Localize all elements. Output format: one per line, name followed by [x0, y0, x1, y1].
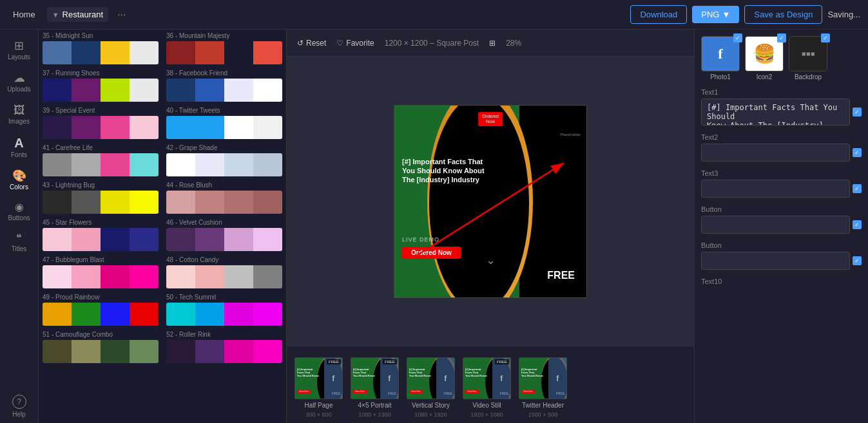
- thumbnail-item[interactable]: [#] ImportantFacts ThatYou Should Know O…: [351, 357, 399, 418]
- color-swatches[interactable]: [43, 153, 159, 176]
- grid-icon[interactable]: ⊞: [489, 39, 496, 48]
- text2-input[interactable]: LIVE DEMO: [701, 144, 850, 162]
- color-swatches[interactable]: [166, 303, 282, 326]
- color-item-44[interactable]: 44 - Rose Blush: [162, 179, 286, 216]
- swatch: [101, 265, 130, 288]
- color-swatches[interactable]: [166, 265, 282, 288]
- backdrop-checkbox[interactable]: ✓: [821, 33, 830, 42]
- sidebar-item-layouts[interactable]: ⊞ Layouts: [2, 35, 37, 66]
- icon2-checkbox[interactable]: ✓: [777, 33, 786, 42]
- sidebar-item-titles[interactable]: ❝ Titles: [2, 228, 37, 258]
- color-swatches[interactable]: [166, 153, 282, 176]
- swatch: [72, 228, 101, 251]
- color-item-47[interactable]: 47 - Bubblegum Blast: [39, 254, 162, 291]
- photo1-item[interactable]: f ✓ Photo1: [701, 36, 740, 80]
- color-item-35[interactable]: 35 - Midnight Sun: [39, 30, 162, 67]
- color-swatches[interactable]: [43, 41, 159, 64]
- text1-input[interactable]: [#] Important Facts That You Should Know…: [701, 99, 850, 126]
- project-selector[interactable]: ▼ Restaurant: [47, 7, 108, 22]
- color-item-37[interactable]: 37 - Running Shoes: [39, 67, 162, 104]
- color-swatches[interactable]: [43, 228, 159, 251]
- color-swatches[interactable]: [166, 116, 282, 139]
- text2-row: LIVE DEMO ✓: [701, 144, 862, 162]
- swatch: [195, 340, 224, 363]
- color-label: 40 - Twitter Tweets: [166, 107, 282, 114]
- color-item-50[interactable]: 50 - Tech Summit: [162, 291, 286, 328]
- reset-button[interactable]: ↺ Reset: [297, 39, 326, 48]
- more-options[interactable]: ···: [117, 9, 126, 21]
- sidebar-item-buttons[interactable]: ◉ Buttons: [2, 197, 37, 227]
- swatch: [224, 79, 253, 102]
- backdrop-item[interactable]: ◼◼◼ ✓ Backdrop: [789, 36, 827, 80]
- swatch: [130, 228, 159, 251]
- text2-checkbox[interactable]: ✓: [853, 148, 862, 157]
- text3-input[interactable]: FREE: [701, 180, 850, 198]
- layouts-label: Layouts: [8, 53, 30, 61]
- color-item-48[interactable]: 48 - Cotton Candy: [162, 254, 286, 291]
- color-swatches[interactable]: [166, 41, 282, 64]
- canvas-main[interactable]: OrderedNow Placeholder [#] Important Fac…: [287, 57, 694, 346]
- color-item-52[interactable]: 52 - Roller Rink: [162, 328, 286, 366]
- color-swatches[interactable]: [43, 303, 159, 326]
- color-item-36[interactable]: 36 - Mountain Majesty: [162, 30, 286, 67]
- color-item-41[interactable]: 41 - Carefree Life: [39, 142, 162, 179]
- ordered-now-btn: Ordered Now: [402, 247, 461, 259]
- color-item-42[interactable]: 42 - Grape Shade: [162, 142, 286, 179]
- color-swatches[interactable]: [43, 265, 159, 288]
- color-item-43[interactable]: 43 - Lightning Bug: [39, 179, 162, 216]
- color-item-49[interactable]: 49 - Proud Rainbow: [39, 291, 162, 328]
- icon2-item[interactable]: 🍔 ✓ Icon2: [745, 36, 784, 80]
- color-item-51[interactable]: 51 - Camouflage Combo: [39, 328, 162, 366]
- sidebar-item-help[interactable]: ? Help: [2, 390, 37, 423]
- swatch: [43, 79, 72, 102]
- color-item-45[interactable]: 45 - Star Flowers: [39, 216, 162, 254]
- swatch: [195, 116, 224, 139]
- color-swatches[interactable]: [166, 340, 282, 363]
- color-item-46[interactable]: 46 - Velvet Cushion: [162, 216, 286, 254]
- color-swatches[interactable]: [43, 340, 159, 363]
- thumbnail-label: Half Page: [305, 402, 333, 409]
- text10-group: Text10: [701, 277, 862, 285]
- color-swatches[interactable]: [166, 79, 282, 102]
- swatch: [195, 153, 224, 176]
- buttons-icon: ◉: [15, 202, 24, 212]
- text1-label: Text1: [701, 88, 862, 96]
- swatch: [130, 41, 159, 64]
- png-button[interactable]: PNG ▼: [692, 6, 739, 23]
- thumbnail-item[interactable]: [#] ImportantFacts ThatYou Should Know O…: [294, 357, 343, 418]
- color-item-39[interactable]: 39 - Special Event: [39, 104, 162, 142]
- thumbnail-item[interactable]: [#] ImportantFacts ThatYou Should Know O…: [463, 357, 511, 418]
- thumbnail-item[interactable]: [#] ImportantFacts ThatYou Should Know O…: [407, 357, 455, 418]
- swatch: [72, 191, 101, 214]
- color-swatches[interactable]: [166, 191, 282, 214]
- color-item-38[interactable]: 38 - Facebook Friend: [162, 67, 286, 104]
- color-row: 47 - Bubblegum Blast48 - Cotton Candy: [39, 254, 286, 291]
- favorite-button[interactable]: ♡ Favorite: [336, 39, 374, 48]
- right-panel: f ✓ Photo1 🍔 ✓ Icon2 ◼◼◼: [694, 30, 868, 423]
- color-swatches[interactable]: [166, 228, 282, 251]
- text3-checkbox[interactable]: ✓: [853, 184, 862, 193]
- thumbnail-image: [#] ImportantFacts ThatYou Should Know O…: [519, 357, 567, 399]
- sidebar-item-colors[interactable]: 🎨 Colors: [2, 165, 37, 196]
- home-button[interactable]: Home: [8, 7, 41, 22]
- swatch: [43, 303, 72, 326]
- download-button[interactable]: Download: [630, 5, 687, 24]
- color-swatches[interactable]: [43, 116, 159, 139]
- photo1-checkbox[interactable]: ✓: [733, 33, 742, 42]
- color-swatches[interactable]: [43, 79, 159, 102]
- sidebar-item-uploads[interactable]: ☁ Uploads: [2, 67, 37, 98]
- button2-checkbox[interactable]: ✓: [853, 256, 862, 265]
- swatch: [101, 191, 130, 214]
- button2-input[interactable]: Ordered Now: [701, 252, 850, 270]
- free-badge: FREE: [383, 359, 397, 364]
- thumbnail-item[interactable]: [#] ImportantFacts ThatYou Should Know O…: [519, 357, 567, 418]
- button1-checkbox[interactable]: ✓: [853, 220, 862, 229]
- save-design-button[interactable]: Save as Design: [744, 5, 822, 24]
- color-item-40[interactable]: 40 - Twitter Tweets: [162, 104, 286, 142]
- color-swatches[interactable]: [43, 191, 159, 214]
- text1-checkbox[interactable]: ✓: [853, 108, 862, 117]
- sidebar-item-fonts[interactable]: A Fonts: [2, 131, 37, 164]
- thumbnail-image: [#] ImportantFacts ThatYou Should Know O…: [407, 357, 455, 399]
- button1-input[interactable]: Ordered Now: [701, 216, 850, 234]
- sidebar-item-images[interactable]: 🖼 Images: [2, 99, 37, 130]
